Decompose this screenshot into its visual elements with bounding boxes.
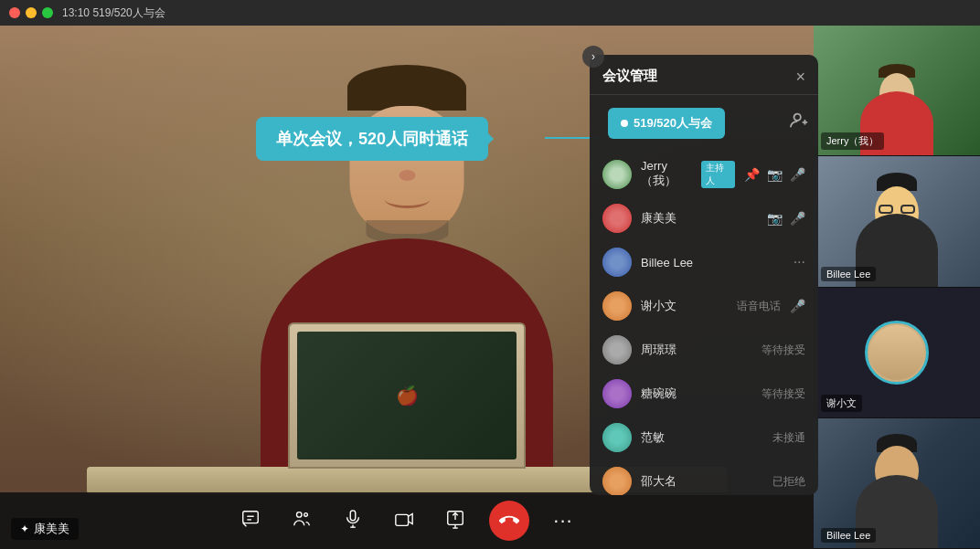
tang-avatar [602,379,632,408]
fan-status: 未接通 [772,430,805,446]
billee-icons: ··· [794,254,805,270]
panel-header: 会议管理 × [590,55,818,95]
participants-button[interactable] [284,503,319,539]
xie-info: 谢小文 语音电话 [641,298,781,314]
person-hair [347,65,466,111]
shao-avatar [602,467,632,495]
shao-name: 邵大名 [641,473,676,490]
kang-name: 康美美 [641,210,676,227]
billee-name: Billee Lee [641,256,693,269]
chat-button[interactable] [233,503,268,539]
participants-icon [292,509,312,533]
add-participant-button[interactable] [789,111,809,136]
zhou-status: 等待接受 [762,343,805,358]
management-panel: 会议管理 × 519/520人与会 Jerry（我） 主持人 📌 📷 [590,55,818,495]
fan-info: 范敏 未接通 [641,429,805,446]
xie-status: 语音电话 [737,299,781,314]
title-text: 13:10 519/520人与会 [62,5,165,21]
laptop-logo: 🍎 [396,385,419,406]
count-dot [621,120,628,127]
participant-kangmeimei[interactable]: 康美美 📷 🎤 [590,196,818,240]
star-icon: ✦ [20,523,29,535]
participant-fan[interactable]: 范敏 未接通 [590,416,818,459]
svg-point-7 [297,512,303,517]
participant-list: Jerry（我） 主持人 📌 📷 🎤 康美美 📷 🎤 [590,148,818,495]
svg-rect-3 [243,511,259,523]
count-row: 519/520人与会 [590,95,818,148]
tang-status: 等待接受 [762,386,805,402]
jerry-info: Jerry（我） 主持人 [641,159,735,189]
kang-mic-icon: 🎤 [790,211,805,226]
camera-button[interactable] [387,503,421,539]
right-sidebar: Jerry（我） Billee Lee 谢小文 Billee Lee [814,26,980,549]
close-button[interactable] [9,7,20,18]
maximize-button[interactable] [42,7,53,18]
share-icon [445,509,465,533]
participant-zhou[interactable]: 周璟璟 等待接受 [590,328,818,372]
billee-thumbnail[interactable]: Billee Lee [814,156,980,287]
fan-avatar [602,423,632,452]
billee2-thumb-name: Billee Lee [821,528,876,543]
kang-camera-icon: 📷 [767,211,783,226]
tooltip-bubble: 单次会议，520人同时通话 [256,117,488,161]
participant-count-button[interactable]: 519/520人与会 [608,108,725,139]
xie-mic-icon: 🎤 [790,299,805,313]
xie-avatar [602,291,632,321]
more-button[interactable]: ··· [546,503,580,538]
panel-close-button[interactable]: × [795,69,805,85]
participant-shao[interactable]: 邵大名 已拒绝 [590,459,818,495]
svg-point-0 [794,114,801,121]
billee2-thumbnail[interactable]: Billee Lee [814,418,980,549]
more-icon: ··· [553,509,572,533]
jerry-camera-icon: 📷 [767,167,783,182]
panel-title: 会议管理 [602,68,657,85]
svg-rect-9 [351,510,357,520]
jerry-thumbnail[interactable]: Jerry（我） [814,26,980,156]
participant-jerry[interactable]: Jerry（我） 主持人 📌 📷 🎤 [590,152,818,196]
mic-button[interactable] [336,503,370,539]
tang-name: 糖碗碗 [641,385,676,402]
xie-name: 谢小文 [641,298,676,314]
end-call-button[interactable] [489,501,529,541]
svg-point-8 [304,512,308,516]
zhou-avatar [602,335,632,364]
jerry-badge: 主持人 [701,161,735,188]
share-button[interactable] [438,503,473,539]
zhou-name: 周璟璟 [641,342,676,358]
tooltip-text: 单次会议，520人同时通话 [276,130,468,148]
jerry-avatar [602,160,632,189]
bottom-toolbar: ··· [0,492,814,549]
laptop: 🍎 [288,322,526,469]
billee-avatar [602,248,632,277]
jerry-thumb-name: Jerry（我） [821,132,884,150]
fan-name: 范敏 [641,429,665,446]
xie-thumbnail[interactable]: 谢小文 [814,288,980,418]
xie-icons: 🎤 [790,299,805,313]
billee-info: Billee Lee [641,256,784,269]
tang-info: 糖碗碗 等待接受 [641,385,805,402]
chat-icon [240,509,261,533]
shao-info: 邵大名 已拒绝 [641,473,805,490]
jerry-name: Jerry（我） [641,159,696,189]
billee-more-icon[interactable]: ··· [794,254,805,270]
xie-thumb-name: 谢小文 [821,395,862,412]
billee-thumb-name: Billee Lee [821,267,876,281]
participant-xie[interactable]: 谢小文 语音电话 🎤 [590,284,818,328]
kang-avatar [602,204,632,233]
pin-icon: 📌 [744,167,760,182]
minimize-button[interactable] [26,7,37,18]
bottom-name-text: 康美美 [34,522,69,535]
chevron-button[interactable]: › [582,46,604,68]
participant-billee[interactable]: Billee Lee ··· [590,240,818,284]
traffic-lights [9,7,53,18]
zhou-info: 周璟璟 等待接受 [641,342,805,358]
participant-tang[interactable]: 糖碗碗 等待接受 [590,372,818,416]
svg-rect-12 [396,514,409,525]
kang-info: 康美美 [641,210,758,227]
mic-icon [343,509,363,533]
jerry-icons: 📌 📷 🎤 [744,167,805,182]
count-text: 519/520人与会 [634,115,712,132]
title-bar: 13:10 519/520人与会 [0,0,980,26]
kang-icons: 📷 🎤 [767,211,805,226]
shao-status: 已拒绝 [772,474,805,490]
